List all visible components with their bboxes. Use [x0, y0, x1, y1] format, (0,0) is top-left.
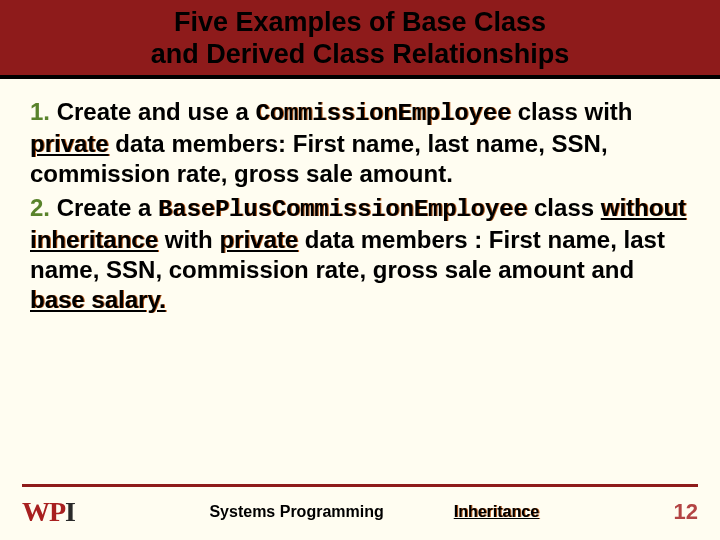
footer-course: Systems Programming — [209, 503, 383, 521]
code-token-base-plus-commission-employee: BasePlusCommissionEmployee — [158, 196, 527, 223]
body-text: class — [527, 194, 600, 221]
footer-divider — [22, 484, 698, 487]
logo-letter-i: I — [65, 496, 75, 527]
keyword-private: private — [219, 226, 298, 253]
wpi-logo: WPI — [22, 496, 75, 528]
body-text: class with — [511, 98, 632, 125]
item-number: 2. — [30, 194, 50, 221]
body-text: Create a — [50, 194, 158, 221]
list-item: 1. Create and use a CommissionEmployee c… — [30, 97, 690, 189]
title-line-1: Five Examples of Base Class — [174, 7, 546, 37]
logo-letter-p: P — [49, 496, 65, 527]
footer-topic: Inheritance — [454, 503, 539, 521]
emphasis-base-salary: base salary. — [30, 286, 166, 313]
body-text: data members: First name, last name, SSN… — [30, 130, 608, 187]
list-item: 2. Create a BasePlusCommissionEmployee c… — [30, 193, 690, 315]
body-text: Create and use a — [50, 98, 255, 125]
slide-header: Five Examples of Base Class and Derived … — [0, 0, 720, 79]
slide-body: 1. Create and use a CommissionEmployee c… — [0, 79, 720, 315]
keyword-private: private — [30, 130, 109, 157]
slide-title: Five Examples of Base Class and Derived … — [0, 6, 720, 71]
item-number: 1. — [30, 98, 50, 125]
logo-letter-w: W — [22, 496, 49, 527]
title-line-2: and Derived Class Relationships — [151, 39, 570, 69]
body-text: with — [158, 226, 219, 253]
slide-footer: WPI Systems Programming Inheritance 12 — [0, 484, 720, 540]
footer-center: Systems Programming Inheritance — [209, 503, 539, 521]
code-token-commission-employee: CommissionEmployee — [255, 100, 511, 127]
footer-row: WPI Systems Programming Inheritance 12 — [22, 496, 698, 528]
page-number: 12 — [674, 499, 698, 525]
